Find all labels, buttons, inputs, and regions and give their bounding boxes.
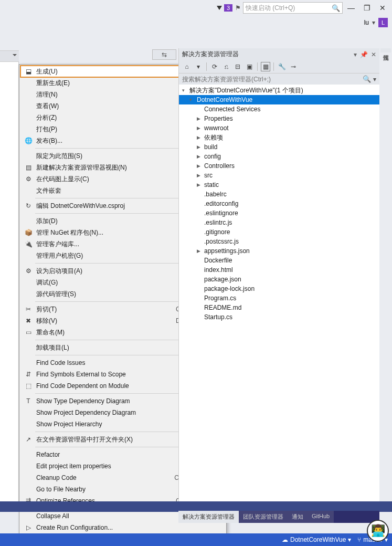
- blank-icon: [23, 186, 34, 195]
- tree-label: .eslintignore: [203, 209, 238, 217]
- twisty-icon[interactable]: ▶: [197, 248, 203, 254]
- menu-label: 在代码图上显示(C): [34, 175, 176, 184]
- publish-icon: 🌐: [23, 136, 34, 145]
- blank-icon: [23, 90, 34, 99]
- search-icon: 🔍: [332, 4, 340, 12]
- menu-label: 移除(V): [34, 317, 176, 326]
- clientlib-icon: 🔌: [23, 239, 34, 249]
- rename-icon: ▭: [23, 328, 34, 337]
- tree-row[interactable]: ▶Controllers: [179, 161, 379, 171]
- flag-icon[interactable]: ⚑: [234, 4, 242, 12]
- dropdown-icon[interactable]: ▾: [194, 62, 203, 71]
- tree-row[interactable]: Startup.cs: [179, 312, 379, 322]
- key-icon[interactable]: ⊸: [289, 62, 298, 71]
- expand-handle[interactable]: ⇆: [152, 49, 176, 60]
- bottom-tab[interactable]: 通知: [288, 511, 308, 523]
- tree-row[interactable]: ▶src: [179, 171, 379, 180]
- status-project[interactable]: ☁ DotnetCoreWithVue ▾: [282, 536, 351, 543]
- blank-icon: [23, 461, 34, 471]
- panel-search[interactable]: 🔍 ▾: [179, 74, 379, 85]
- blank-icon: [23, 408, 34, 417]
- panel-close-icon[interactable]: ✕: [371, 51, 376, 58]
- tree-label: config: [203, 153, 221, 160]
- view-icon[interactable]: ▦: [261, 62, 270, 71]
- panel-dropdown-icon[interactable]: ▾: [354, 51, 357, 58]
- tree-row[interactable]: ▶wwwroot: [179, 123, 379, 133]
- bottom-tab[interactable]: 团队资源管理器: [239, 511, 288, 523]
- tree-label: Program.cs: [203, 295, 236, 302]
- showall-icon[interactable]: ▣: [245, 62, 254, 71]
- wrench-icon[interactable]: 🔧: [277, 62, 287, 71]
- tree-row[interactable]: ▶appsettings.json: [179, 246, 379, 256]
- pin-icon[interactable]: 📌: [360, 51, 368, 58]
- cloud-icon: ☁: [282, 536, 288, 543]
- bottom-tab[interactable]: 解决方案资源管理器: [178, 511, 239, 523]
- tree-row[interactable]: Program.cs: [179, 293, 379, 303]
- pending-icon[interactable]: ⎌: [221, 62, 231, 71]
- twisty-icon[interactable]: ▶: [197, 163, 203, 169]
- twisty-icon[interactable]: ▶: [197, 125, 203, 131]
- twisty-icon[interactable]: ▾: [189, 97, 196, 102]
- left-dock: [0, 50, 19, 507]
- solution-tree[interactable]: ▾解决方案"DotnetCoreWithVue"(1 个项目)▾DotnetCo…: [179, 85, 379, 511]
- menu-label: Cleanup Code: [34, 474, 174, 481]
- tree-row[interactable]: .eslintignore: [179, 208, 379, 218]
- side-tab-properties[interactable]: 属性: [380, 48, 391, 52]
- user-dropdown-icon[interactable]: ▾: [372, 19, 375, 26]
- twisty-icon[interactable]: ▶: [197, 182, 203, 187]
- tree-row[interactable]: .postcssrc.js: [179, 237, 379, 246]
- tree-label: Startup.cs: [203, 313, 232, 321]
- tree-label: .postcssrc.js: [203, 238, 239, 245]
- menu-item[interactable]: ▷Create Run Configuration...: [20, 522, 225, 533]
- restore-button[interactable]: ❐: [359, 2, 374, 14]
- twisty-icon[interactable]: ▶: [197, 144, 203, 150]
- menu-label: 重新生成(E): [34, 79, 176, 88]
- twisty-icon[interactable]: ▶: [197, 116, 203, 121]
- menu-label: Create Run Configuration...: [34, 524, 176, 531]
- minimize-button[interactable]: —: [344, 2, 358, 14]
- tree-row[interactable]: package.json: [179, 275, 379, 284]
- tree-row[interactable]: ▾DotnetCoreWithVue: [179, 95, 379, 104]
- filter-icon[interactable]: [217, 6, 222, 10]
- tree-row[interactable]: ▶static: [179, 180, 379, 190]
- twisty-icon[interactable]: ▾: [182, 88, 188, 93]
- tree-row[interactable]: .gitignore: [179, 227, 379, 237]
- left-tabstrip[interactable]: [0, 50, 19, 62]
- tree-row[interactable]: ▶build: [179, 142, 379, 152]
- assistant-avatar[interactable]: 👨‍💻: [367, 520, 389, 542]
- tree-row[interactable]: package-lock.json: [179, 284, 379, 293]
- quick-launch-input[interactable]: 快速启动 (Ctrl+Q) 🔍: [243, 2, 343, 14]
- tree-row[interactable]: ▾解决方案"DotnetCoreWithVue"(1 个项目): [179, 86, 379, 95]
- tree-row[interactable]: index.html: [179, 265, 379, 275]
- solution-explorer-panel: 解决方案资源管理器 ▾ 📌 ✕ ⌂ ▾ ⟳ ⎌ ⊟ ▣ ▦ 🔧 ⊸ 🔍 ▾ ▾解…: [178, 48, 379, 511]
- blank-icon: [23, 358, 34, 368]
- user-avatar[interactable]: L: [378, 18, 388, 27]
- search-input[interactable]: [182, 76, 363, 83]
- menu-label: 添加(D): [34, 217, 176, 226]
- twisty-icon[interactable]: ▶: [197, 135, 203, 140]
- menu-label: Find Code Issues: [34, 359, 176, 366]
- typedep-icon: T: [23, 396, 34, 406]
- tree-row[interactable]: ▶依赖项: [179, 133, 379, 142]
- collapse-icon[interactable]: ⊟: [233, 62, 242, 71]
- runconfig-icon: ▷: [23, 523, 34, 532]
- tree-row[interactable]: .editorconfig: [179, 199, 379, 208]
- tree-row[interactable]: Dockerfile: [179, 256, 379, 265]
- home-icon[interactable]: ⌂: [182, 62, 192, 71]
- blank-icon: [23, 343, 34, 352]
- tree-row[interactable]: ▶Properties: [179, 114, 379, 123]
- tree-row[interactable]: ▶config: [179, 152, 379, 161]
- sync-icon[interactable]: ⟳: [210, 62, 219, 71]
- tree-row[interactable]: .eslintrc.js: [179, 218, 379, 227]
- menu-label: Refactor: [34, 451, 176, 458]
- twisty-icon[interactable]: ▶: [197, 154, 203, 159]
- twisty-icon[interactable]: ▶: [197, 173, 203, 178]
- close-button[interactable]: ✕: [375, 2, 390, 14]
- search-dropdown-icon[interactable]: ▾: [373, 76, 376, 83]
- bottom-tab[interactable]: GitHub: [308, 511, 334, 523]
- tree-row[interactable]: README.md: [179, 303, 379, 312]
- tree-row[interactable]: .babelrc: [179, 190, 379, 199]
- user-name[interactable]: lu: [364, 19, 369, 26]
- tree-row[interactable]: Connected Services: [179, 104, 379, 114]
- notification-badge[interactable]: 3: [224, 4, 232, 12]
